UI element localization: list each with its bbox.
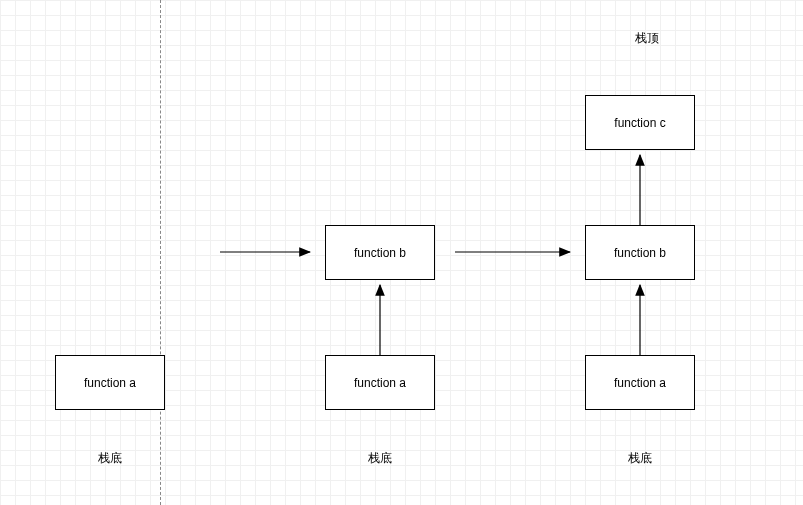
arrows-overlay xyxy=(0,0,803,505)
